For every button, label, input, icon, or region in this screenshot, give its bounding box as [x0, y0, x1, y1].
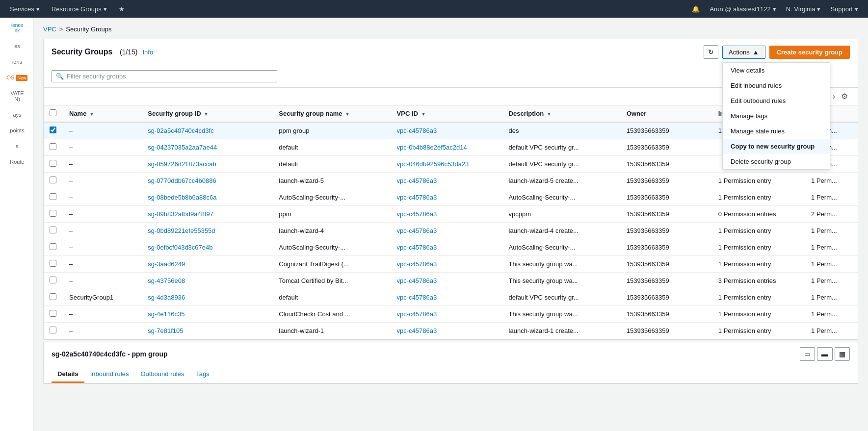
search-input[interactable] — [67, 73, 273, 80]
sg-id-link[interactable]: sg-3aad6249 — [148, 260, 185, 268]
select-all-checkbox[interactable] — [50, 109, 56, 116]
actions-button[interactable]: Actions ▲ — [722, 46, 765, 59]
sidebar-item-route[interactable]: Route — [0, 154, 33, 170]
col-checkbox[interactable] — [44, 105, 63, 122]
vpc-id-link[interactable]: vpc-0b4b88e2ef5ac2d14 — [397, 144, 467, 151]
col-header-description[interactable]: Description ▾ — [503, 105, 621, 122]
vpc-id-link[interactable]: vpc-c45786a3 — [397, 327, 437, 334]
menu-delete[interactable]: Delete security group — [723, 154, 830, 169]
col-header-sg-id[interactable]: Security group ID ▾ — [142, 105, 273, 122]
row-vpc-id[interactable]: vpc-c45786a3 — [391, 189, 503, 206]
sg-id-link[interactable]: sg-09b832afbd9a48f97 — [148, 210, 213, 218]
services-menu[interactable]: Services ▾ — [6, 0, 44, 18]
menu-manage-tags[interactable]: Manage tags — [723, 108, 830, 124]
vpc-id-link[interactable]: vpc-c45786a3 — [397, 210, 437, 218]
row-checkbox[interactable] — [50, 260, 56, 267]
view-toggle-3[interactable]: ▦ — [835, 347, 850, 361]
sg-id-link[interactable]: sg-02a5c40740c4cd3fc — [148, 127, 213, 134]
row-vpc-id[interactable]: vpc-0b4b88e2ef5ac2d14 — [391, 139, 503, 156]
support-menu[interactable]: Support ▾ — [826, 0, 862, 18]
row-checkbox-cell[interactable] — [44, 323, 63, 339]
row-sg-id[interactable]: sg-4e116c35 — [142, 306, 273, 323]
row-vpc-id[interactable]: vpc-c45786a3 — [391, 289, 503, 306]
row-sg-id[interactable]: sg-7e81f105 — [142, 323, 273, 339]
row-vpc-id[interactable]: vpc-046db92596c53da23 — [391, 156, 503, 173]
row-vpc-id[interactable]: vpc-c45786a3 — [391, 173, 503, 189]
tab-inbound-rules[interactable]: Inbound rules — [84, 366, 135, 383]
row-vpc-id[interactable]: vpc-c45786a3 — [391, 223, 503, 239]
vpc-id-link[interactable]: vpc-c45786a3 — [397, 227, 437, 234]
row-checkbox[interactable] — [50, 243, 56, 250]
row-sg-id[interactable]: sg-04237035a2aa7ae44 — [142, 139, 273, 156]
row-checkbox-cell[interactable] — [44, 122, 63, 139]
col-header-vpc-id[interactable]: VPC ID ▾ — [391, 105, 503, 122]
sg-id-link[interactable]: sg-08bede5b8b6a88c6a — [148, 194, 216, 201]
row-checkbox[interactable] — [50, 177, 56, 183]
menu-edit-inbound[interactable]: Edit inbound rules — [723, 78, 830, 93]
menu-manage-stale[interactable]: Manage stale rules — [723, 124, 830, 139]
col-header-name[interactable]: Name ▾ — [63, 105, 142, 122]
row-checkbox[interactable] — [50, 293, 56, 300]
menu-copy-new[interactable]: Copy to new security group — [723, 139, 830, 154]
row-checkbox-cell[interactable] — [44, 206, 63, 223]
row-vpc-id[interactable]: vpc-c45786a3 — [391, 323, 503, 339]
sidebar-item-gateways[interactable]: ays — [0, 107, 33, 123]
table-settings-button[interactable]: ⚙ — [839, 91, 850, 102]
row-checkbox-cell[interactable] — [44, 223, 63, 239]
row-checkbox[interactable] — [50, 210, 56, 217]
tab-outbound-rules[interactable]: Outbound rules — [134, 366, 190, 383]
breadcrumb-vpc[interactable]: VPC — [43, 25, 56, 33]
resource-groups-menu[interactable]: Resource Groups ▾ — [48, 0, 111, 18]
notifications-icon[interactable]: 🔔 — [688, 0, 704, 18]
row-checkbox-cell[interactable] — [44, 189, 63, 206]
row-checkbox-cell[interactable] — [44, 173, 63, 189]
row-checkbox-cell[interactable] — [44, 289, 63, 306]
sidebar-item-es[interactable]: es — [0, 38, 33, 54]
row-checkbox-cell[interactable] — [44, 239, 63, 256]
sg-id-link[interactable]: sg-059726d21873accab — [148, 160, 216, 168]
row-sg-id[interactable]: sg-09b832afbd9a48f97 — [142, 206, 273, 223]
sg-id-link[interactable]: sg-04237035a2aa7ae44 — [148, 144, 217, 151]
row-sg-id[interactable]: sg-0bd89221efe55355d — [142, 223, 273, 239]
row-sg-id[interactable]: sg-0770ddb67cc4b0886 — [142, 173, 273, 189]
row-vpc-id[interactable]: vpc-c45786a3 — [391, 306, 503, 323]
vpc-id-link[interactable]: vpc-c45786a3 — [397, 294, 437, 301]
row-checkbox[interactable] — [50, 127, 56, 133]
row-checkbox[interactable] — [50, 327, 56, 333]
col-header-sg-name[interactable]: Security group name ▾ — [273, 105, 391, 122]
row-checkbox[interactable] — [50, 143, 56, 150]
row-checkbox-cell[interactable] — [44, 306, 63, 323]
row-sg-id[interactable]: sg-3aad6249 — [142, 256, 273, 273]
user-menu[interactable]: Arun @ aliastest1122 ▾ — [706, 0, 780, 18]
sidebar-item-endpoints[interactable]: points — [0, 123, 33, 138]
sidebar-item-os[interactable]: OS New — [0, 70, 33, 85]
menu-view-details[interactable]: View details — [723, 63, 830, 78]
sidebar-item-security[interactable]: s — [0, 138, 33, 154]
row-checkbox[interactable] — [50, 277, 56, 283]
vpc-id-link[interactable]: vpc-c45786a3 — [397, 177, 437, 184]
view-toggle-1[interactable]: ▭ — [800, 347, 815, 361]
col-header-owner[interactable]: Owner — [621, 105, 712, 122]
row-sg-id[interactable]: sg-4d3a8936 — [142, 289, 273, 306]
sg-id-link[interactable]: sg-4d3a8936 — [148, 294, 185, 301]
sg-id-link[interactable]: sg-4e116c35 — [148, 310, 184, 318]
row-sg-id[interactable]: sg-059726d21873accab — [142, 156, 273, 173]
row-vpc-id[interactable]: vpc-c45786a3 — [391, 206, 503, 223]
vpc-id-link[interactable]: vpc-c45786a3 — [397, 244, 437, 251]
vpc-id-link[interactable]: vpc-c45786a3 — [397, 310, 437, 318]
sidebar-item-ions[interactable]: ions — [0, 54, 33, 70]
sidebar-item-experience[interactable]: iencenk — [0, 18, 33, 38]
vpc-id-link[interactable]: vpc-046db92596c53da23 — [397, 160, 469, 168]
row-checkbox-cell[interactable] — [44, 273, 63, 289]
row-sg-id[interactable]: sg-0efbcf043d3c67e4b — [142, 239, 273, 256]
sg-id-link[interactable]: sg-0770ddb67cc4b0886 — [148, 177, 216, 184]
row-checkbox[interactable] — [50, 160, 56, 167]
vpc-id-link[interactable]: vpc-c45786a3 — [397, 127, 437, 134]
info-link[interactable]: Info — [143, 49, 154, 56]
view-toggle-2[interactable]: ▬ — [817, 347, 833, 361]
sg-id-link[interactable]: sg-43756e08 — [148, 277, 185, 284]
sg-id-link[interactable]: sg-0efbcf043d3c67e4b — [148, 244, 212, 251]
row-sg-id[interactable]: sg-43756e08 — [142, 273, 273, 289]
row-checkbox-cell[interactable] — [44, 156, 63, 173]
row-checkbox-cell[interactable] — [44, 256, 63, 273]
